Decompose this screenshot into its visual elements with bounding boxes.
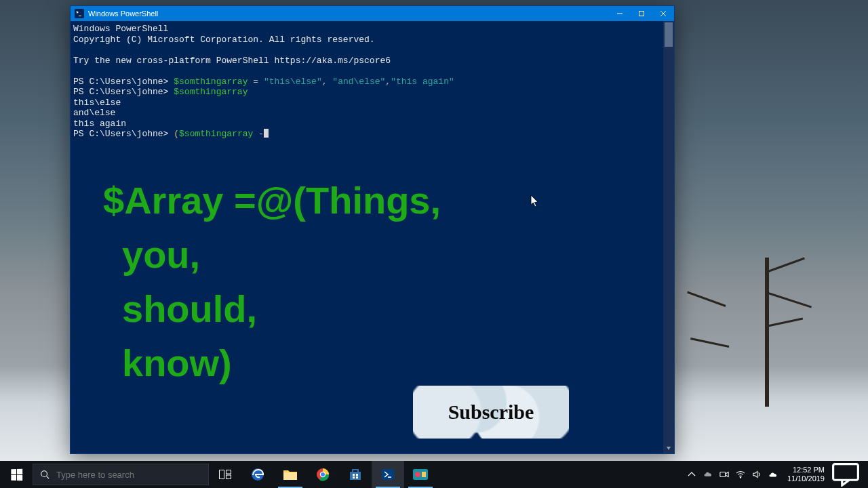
svg-point-24 [415, 472, 420, 477]
operator: = [253, 77, 264, 87]
screenrec-icon [413, 469, 428, 480]
taskbar-app-edge[interactable] [241, 461, 274, 488]
tray-wifi[interactable] [733, 461, 748, 488]
svg-rect-12 [283, 472, 297, 480]
cloud-icon [768, 470, 778, 479]
prompt: PS C:\Users\johne> [73, 87, 168, 97]
taskbar-search-input[interactable] [56, 470, 201, 480]
chevron-up-icon [687, 470, 696, 479]
text-cursor [264, 129, 269, 138]
action-center-button[interactable] [831, 462, 860, 487]
taskbar: 12:52 PM 11/10/2019 [0, 461, 868, 488]
terminal-banner-line: Windows PowerShell [73, 24, 168, 34]
edge-icon [250, 467, 265, 482]
wifi-icon [736, 470, 745, 479]
powershell-window: Windows PowerShell Windows PowerShell Co… [70, 5, 675, 454]
taskbar-app-file-explorer[interactable] [274, 461, 307, 488]
svg-point-15 [321, 472, 325, 476]
terminal-hint-line: Try the new cross-platform PowerShell ht… [73, 56, 391, 66]
powershell-icon [75, 9, 84, 18]
taskbar-app-powershell[interactable] [372, 461, 404, 488]
paren: ( [174, 129, 179, 139]
variable: $somthingarray [174, 77, 248, 87]
taskbar-app-chrome[interactable] [307, 461, 339, 488]
svg-rect-20 [356, 476, 358, 479]
overlay-line-3: should, [103, 282, 441, 336]
scrollbar[interactable] [663, 21, 674, 453]
mouse-cursor-icon [530, 195, 540, 208]
svg-rect-8 [220, 470, 224, 479]
scrollbar-thumb[interactable] [665, 22, 673, 47]
svg-rect-18 [356, 474, 358, 476]
svg-rect-9 [226, 470, 231, 474]
tray-volume[interactable] [749, 461, 764, 488]
terminal-copyright-line: Copyright (C) Microsoft Corporation. All… [73, 35, 375, 45]
comma: , [322, 77, 333, 87]
window-titlebar[interactable]: Windows PowerShell [71, 6, 674, 21]
terminal-output: this\else [73, 98, 121, 108]
windows-logo-icon [11, 468, 22, 481]
svg-marker-5 [667, 447, 671, 450]
subscribe-label: Subscribe [448, 407, 534, 418]
overlay-line-4: know) [103, 336, 441, 390]
powershell-taskbar-icon [381, 468, 395, 481]
svg-rect-17 [353, 474, 355, 476]
tray-overflow-button[interactable] [684, 461, 699, 488]
prompt: PS C:\Users\johne> [73, 77, 168, 87]
taskbar-search[interactable] [33, 464, 209, 485]
file-explorer-icon [283, 468, 298, 481]
overlay-line-2: you, [103, 228, 441, 282]
string-literal: "and\else" [332, 77, 385, 87]
overlay-title: $Array =@(Things, you, should, know) [103, 174, 441, 390]
tray-cloud[interactable] [766, 461, 781, 488]
comma: , [385, 77, 391, 87]
svg-rect-25 [422, 472, 426, 477]
clock-time: 12:52 PM [787, 466, 825, 474]
string-literal: "this\else" [264, 77, 322, 87]
close-button[interactable] [652, 6, 674, 21]
terminal-output: this again [73, 119, 126, 129]
prompt: PS C:\Users\johne> [73, 129, 168, 139]
clock-date: 11/10/2019 [787, 474, 825, 483]
operator: - [253, 129, 264, 139]
task-view-icon [219, 470, 231, 479]
minimize-button[interactable] [609, 6, 631, 21]
subscribe-button[interactable]: Subscribe [413, 386, 569, 439]
tray-onedrive[interactable] [701, 461, 715, 488]
window-title: Windows PowerShell [88, 6, 158, 21]
svg-rect-19 [353, 476, 355, 479]
notification-icon [831, 462, 860, 487]
search-icon [40, 470, 50, 479]
terminal-line: PS C:\Users\johne> ($somthingarray - [73, 129, 669, 140]
svg-rect-28 [833, 464, 859, 480]
task-view-button[interactable] [209, 461, 241, 488]
svg-rect-26 [720, 472, 726, 477]
start-button[interactable] [0, 461, 33, 488]
scrollbar-down[interactable] [663, 443, 674, 453]
chrome-icon [316, 468, 330, 481]
taskbar-app-store[interactable] [339, 461, 372, 488]
onedrive-icon [703, 470, 713, 479]
variable: $somthingarray [179, 129, 253, 139]
volume-icon [752, 470, 762, 479]
maximize-button[interactable] [631, 6, 652, 21]
svg-point-27 [740, 477, 741, 478]
terminal-line: PS C:\Users\johne> $somthingarray = "thi… [73, 77, 669, 87]
taskbar-app-screenrec[interactable] [404, 461, 437, 488]
svg-rect-10 [226, 475, 231, 479]
terminal-output: and\else [73, 108, 115, 118]
terminal-body[interactable]: Windows PowerShell Copyright (C) Microso… [71, 21, 674, 453]
microsoft-store-icon [349, 468, 362, 481]
string-literal: "this again" [391, 77, 454, 87]
svg-rect-1 [639, 12, 644, 16]
taskbar-clock[interactable]: 12:52 PM 11/10/2019 [782, 466, 830, 483]
svg-line-7 [47, 476, 50, 479]
svg-rect-16 [350, 472, 361, 480]
camera-icon [719, 470, 729, 479]
tray-meet-now[interactable] [717, 461, 732, 488]
variable: $somthingarray [174, 87, 248, 97]
svg-point-6 [41, 471, 47, 477]
overlay-line-1: $Array =@(Things, [103, 179, 441, 222]
terminal-line: PS C:\Users\johne> $somthingarray [73, 87, 669, 98]
